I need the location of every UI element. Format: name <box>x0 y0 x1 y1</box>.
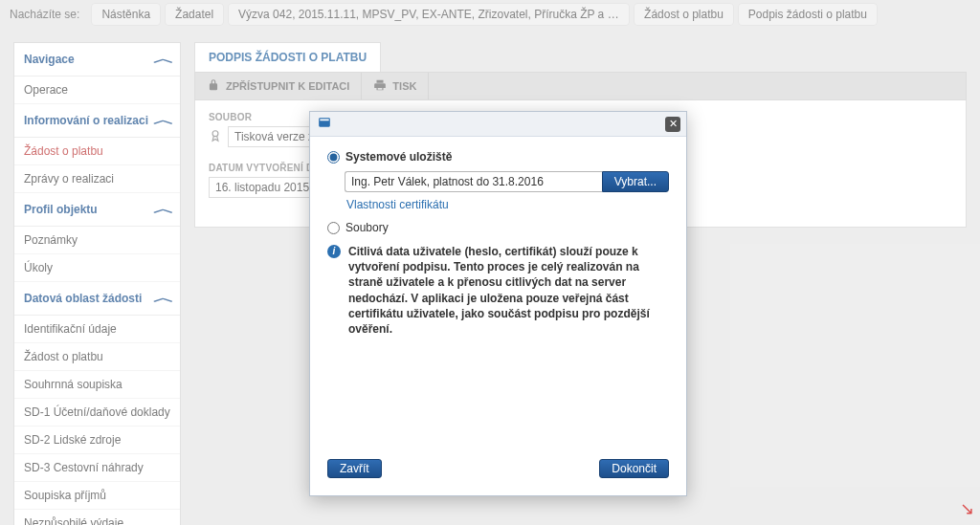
sidebar-item-poznamky[interactable]: Poznámky <box>14 227 180 254</box>
close-icon: ✕ <box>669 118 678 130</box>
breadcrumb-item[interactable]: Výzva 042, 2015.11.11, MPSV_PV, EX-ANTE,… <box>228 3 630 26</box>
breadcrumb: Nacházíte se: Nástěnka Žadatel Výzva 042… <box>0 0 980 29</box>
lock-icon <box>207 78 220 94</box>
radio-system-input[interactable] <box>327 151 340 164</box>
certificate-properties-link[interactable]: Vlastnosti certifikátu <box>346 198 669 211</box>
signature-dialog: ✕ Systemové uložiště Vybrat... Vlastnost… <box>309 111 687 496</box>
sidebar-section-datova-oblast[interactable]: Datová oblast žádosti ︿ <box>14 282 180 316</box>
dialog-titlebar: ✕ <box>310 112 686 137</box>
sidebar-section-label: Navigace <box>24 53 75 66</box>
info-text: Citlivá data uživatele (heslo, certifiká… <box>348 244 669 337</box>
sidebar-section-profil[interactable]: Profil objektu ︿ <box>14 193 180 227</box>
sidebar-item[interactable]: Identifikační údaje <box>14 316 180 343</box>
sidebar-item-zadost-o-platbu[interactable]: Žádost o platbu <box>14 138 180 165</box>
breadcrumb-item[interactable]: Žadatel <box>165 3 224 26</box>
svg-point-0 <box>212 130 218 136</box>
toolbar-print-button[interactable]: TISK <box>362 73 429 99</box>
chevron-up-icon: ︿ <box>153 201 174 218</box>
dialog-close-button[interactable]: ✕ <box>665 117 680 132</box>
sidebar-item[interactable]: Žádost o platbu <box>14 343 180 371</box>
svg-rect-2 <box>320 120 328 121</box>
print-icon <box>373 78 387 94</box>
application-icon <box>318 116 331 132</box>
toolbar-edit-button[interactable]: ZPŘÍSTUPNIT K EDITACI <box>195 73 362 99</box>
sidebar-item[interactable]: SD-1 Účetní/daňové doklady <box>14 399 180 427</box>
sidebar-item[interactable]: Souhrnná soupiska <box>14 371 180 399</box>
sidebar-item-zpravy-o-realizaci[interactable]: Zprávy o realizaci <box>14 165 180 193</box>
sidebar-item[interactable]: Soupiska příjmů <box>14 482 180 510</box>
sidebar-section-informovani[interactable]: Informování o realizaci ︿ <box>14 104 180 138</box>
toolbar-edit-label: ZPŘÍSTUPNIT K EDITACI <box>226 80 349 92</box>
radio-files[interactable]: Soubory <box>327 221 669 234</box>
breadcrumb-item[interactable]: Nástěnka <box>91 3 161 26</box>
sidebar-item-operace[interactable]: Operace <box>14 77 180 104</box>
sidebar-item[interactable]: Nezpůsobilé výdaje <box>14 510 180 525</box>
sidebar-section-label: Datová oblast žádosti <box>24 292 142 305</box>
chevron-up-icon: ︿ <box>153 112 174 129</box>
seal-icon <box>209 129 222 145</box>
sidebar-item[interactable]: SD-2 Lidské zdroje <box>14 427 180 454</box>
radio-system-label: Systemové uložiště <box>345 150 452 164</box>
radio-files-input[interactable] <box>327 222 340 234</box>
breadcrumb-item[interactable]: Podpis žádosti o platbu <box>738 3 878 26</box>
sidebar-section-navigace[interactable]: Navigace ︿ <box>14 43 180 77</box>
toolbar: ZPŘÍSTUPNIT K EDITACI TISK <box>194 72 967 100</box>
sidebar-section-label: Informování o realizaci <box>24 114 148 127</box>
chevron-up-icon: ︿ <box>153 290 174 307</box>
sidebar-item[interactable]: SD-3 Cestovní náhrady <box>14 454 180 482</box>
sidebar: Navigace ︿ Operace Informování o realiza… <box>13 42 181 525</box>
annotation-arrow: ↘ <box>960 498 974 519</box>
tab-podpis[interactable]: PODPIS ŽÁDOSTI O PLATBU <box>194 42 381 72</box>
close-button[interactable]: Zavřít <box>327 459 382 478</box>
tabbar: PODPIS ŽÁDOSTI O PLATBU <box>194 42 967 72</box>
sidebar-item-ukoly[interactable]: Úkoly <box>14 254 180 282</box>
toolbar-print-label: TISK <box>392 80 416 92</box>
finish-button[interactable]: Dokončit <box>599 459 669 478</box>
breadcrumb-item[interactable]: Žádost o platbu <box>634 3 734 26</box>
sidebar-section-label: Profil objektu <box>24 203 98 216</box>
info-icon: i <box>327 245 341 258</box>
certificate-input[interactable] <box>345 171 602 192</box>
breadcrumb-label: Nacházíte se: <box>10 8 79 21</box>
select-certificate-button[interactable]: Vybrat... <box>602 171 669 192</box>
chevron-up-icon: ︿ <box>153 51 174 68</box>
radio-system-store[interactable]: Systemové uložiště <box>327 150 669 164</box>
radio-files-label: Soubory <box>345 221 389 234</box>
